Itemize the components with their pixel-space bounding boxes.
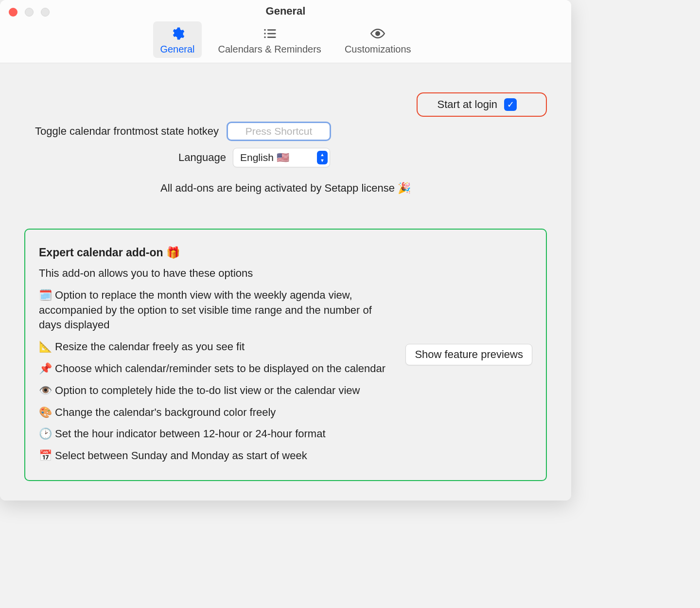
start-at-login-label: Start at login <box>437 98 497 111</box>
toggle-hotkey-label: Toggle calendar frontmost state hotkey <box>24 125 219 138</box>
window-title: General <box>0 5 571 18</box>
tab-label: Calendars & Reminders <box>218 44 321 55</box>
checkmark-icon: ✓ <box>507 99 514 110</box>
svg-point-2 <box>264 36 266 38</box>
addon-lead: This add-on allows you to have these opt… <box>39 266 396 281</box>
content-area: Start at login ✓ Toggle calendar frontmo… <box>0 63 571 501</box>
svg-point-0 <box>264 29 266 31</box>
eye-icon <box>369 25 386 42</box>
addon-feature-item: 🕑 Set the hour indicator between 12-hour… <box>39 427 396 442</box>
addon-feature-item: 🎨 Change the calendar's background color… <box>39 405 396 420</box>
start-at-login-highlight: Start at login ✓ <box>417 92 547 117</box>
preferences-tabs: General Calendars & Reminders Customizat… <box>0 21 571 58</box>
addon-feature-item: 📅 Select between Sunday and Monday as st… <box>39 448 396 464</box>
tab-general[interactable]: General <box>153 21 201 58</box>
hotkey-shortcut-field[interactable]: Press Shortcut <box>227 122 331 141</box>
svg-point-6 <box>376 32 380 36</box>
addon-feature-item: 👁️ Option to completely hide the to-do l… <box>39 383 396 398</box>
license-status-text: All add-ons are being activated by Setap… <box>24 182 547 195</box>
list-icon <box>262 25 278 42</box>
addon-feature-item: 🗓️ Option to replace the month view with… <box>39 288 396 333</box>
select-stepper-icon: ▲ ▼ <box>317 151 328 164</box>
tab-calendars-reminders[interactable]: Calendars & Reminders <box>211 21 328 58</box>
tab-label: Customizations <box>345 44 411 55</box>
addon-feature-item: 📌 Choose which calendar/reminder sets to… <box>39 361 396 376</box>
tab-customizations[interactable]: Customizations <box>338 21 418 58</box>
svg-point-1 <box>264 33 266 35</box>
gear-icon <box>169 25 186 42</box>
language-label: Language <box>24 151 226 164</box>
addon-feature-item: 📐 Resize the calendar freely as you see … <box>39 340 396 355</box>
language-value: English 🇺🇸 <box>240 152 289 163</box>
addon-title: Expert calendar add-on 🎁 <box>39 246 396 259</box>
preferences-window: General General Calendars & Reminders Cu… <box>0 0 571 501</box>
expert-addon-panel: Expert calendar add-on 🎁 This add-on all… <box>24 229 547 481</box>
tab-label: General <box>160 44 194 55</box>
show-feature-previews-button[interactable]: Show feature previews <box>405 344 532 365</box>
start-at-login-checkbox[interactable]: ✓ <box>504 98 517 111</box>
addon-feature-list: 🗓️ Option to replace the month view with… <box>39 288 396 464</box>
titlebar: General General Calendars & Reminders Cu… <box>0 0 571 63</box>
language-select[interactable]: English 🇺🇸 ▲ ▼ <box>233 148 330 167</box>
shortcut-placeholder: Press Shortcut <box>245 125 313 137</box>
